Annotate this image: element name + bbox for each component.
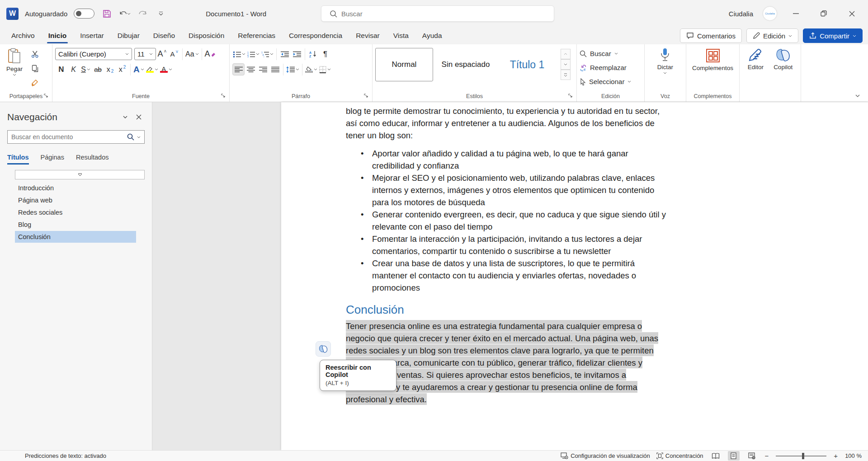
highlight-color-button[interactable]	[145, 63, 159, 75]
nav-item-redes-sociales[interactable]: Redes sociales	[0, 207, 136, 218]
minimize-button[interactable]	[787, 5, 805, 23]
shading-button[interactable]	[304, 63, 318, 75]
find-button[interactable]: Buscar	[580, 48, 631, 59]
redo-button[interactable]	[137, 8, 149, 19]
display-settings-button[interactable]: Configuración de visualización	[561, 452, 650, 459]
zoom-level[interactable]: 100 %	[845, 452, 862, 459]
tab-ayuda[interactable]: Ayuda	[415, 28, 449, 43]
cut-button[interactable]	[29, 48, 41, 60]
styles-scroll-up-icon[interactable]	[561, 49, 571, 59]
nav-tab-resultados[interactable]: Resultados	[76, 154, 109, 165]
paragraph-dialog-launcher-icon[interactable]	[363, 93, 368, 99]
bullets-button[interactable]	[232, 48, 246, 60]
tab-revisar[interactable]: Revisar	[349, 28, 387, 43]
bold-button[interactable]: N	[55, 63, 67, 75]
collapse-ribbon-icon[interactable]	[855, 91, 860, 99]
focus-mode-button[interactable]: Concentración	[656, 452, 703, 459]
underline-button[interactable]: S	[80, 63, 92, 75]
editing-mode-button[interactable]: Edición	[746, 28, 798, 43]
intro-paragraph[interactable]: blog te permite demostrar tu conocimient…	[346, 105, 666, 141]
tab-dibujar[interactable]: Dibujar	[111, 28, 146, 43]
list-item[interactable]: Crear una base de datos y una lista de s…	[372, 257, 666, 294]
tab-referencias[interactable]: Referencias	[231, 28, 282, 43]
quick-access-overflow-icon[interactable]	[155, 8, 167, 19]
line-spacing-button[interactable]	[285, 63, 300, 75]
tab-inicio[interactable]: Inicio	[42, 28, 73, 43]
text-effects-button[interactable]: A	[132, 63, 145, 75]
web-layout-button[interactable]	[746, 451, 758, 461]
tab-disposicion[interactable]: Disposición	[182, 28, 231, 43]
font-size-combo[interactable]: 11	[134, 48, 156, 60]
nav-tab-paginas[interactable]: Páginas	[41, 154, 64, 165]
copilot-button[interactable]: Copilot	[770, 46, 796, 72]
paste-button[interactable]: Pegar	[3, 46, 26, 78]
italic-button[interactable]: K	[67, 63, 80, 75]
style-normal[interactable]: Normal	[375, 48, 433, 81]
align-right-button[interactable]	[257, 63, 269, 75]
replace-button[interactable]: bc Reemplazar	[580, 62, 631, 73]
font-dialog-launcher-icon[interactable]	[221, 93, 226, 99]
read-mode-button[interactable]	[710, 451, 722, 461]
subscript-button[interactable]: x2	[104, 63, 116, 75]
nav-item-pagina-web[interactable]: Página web	[0, 194, 136, 206]
multilevel-list-button[interactable]: 1ai	[260, 48, 274, 60]
nav-item-conclusion[interactable]: Conclusión	[15, 231, 136, 243]
undo-button[interactable]	[119, 8, 131, 19]
grow-font-button[interactable]: A˄	[156, 48, 168, 60]
collapse-headings-control[interactable]	[15, 170, 145, 179]
copilot-margin-button[interactable]	[316, 341, 331, 357]
format-painter-button[interactable]	[29, 77, 41, 89]
list-item[interactable]: Mejorar el SEO y el posicionamiento web,…	[372, 172, 666, 208]
tab-diseno[interactable]: Diseño	[146, 28, 182, 43]
tab-correspondencia[interactable]: Correspondencia	[282, 28, 349, 43]
decrease-indent-button[interactable]	[278, 48, 291, 60]
save-icon[interactable]	[101, 8, 113, 19]
align-left-button[interactable]	[232, 63, 245, 75]
borders-button[interactable]	[318, 63, 332, 75]
document-search-input[interactable]	[11, 133, 127, 141]
nav-pane-options-icon[interactable]	[118, 111, 132, 123]
strikethrough-button[interactable]: ab	[92, 63, 104, 75]
nav-item-blog[interactable]: Blog	[0, 219, 136, 230]
list-item[interactable]: Fomentar la interacción y la participaci…	[372, 233, 666, 257]
dictate-button[interactable]: Dictar	[654, 46, 677, 76]
text-predictions-status[interactable]: Predicciones de texto: activado	[0, 452, 106, 459]
style-sin-espaciado[interactable]: Sin espaciado	[437, 48, 495, 81]
sort-button[interactable]: AZ	[307, 48, 319, 60]
nav-tab-titulos[interactable]: Títulos	[7, 154, 29, 165]
restore-button[interactable]	[815, 5, 833, 23]
change-case-button[interactable]: Aa	[184, 48, 200, 60]
close-button[interactable]	[843, 5, 861, 23]
clipboard-dialog-launcher-icon[interactable]	[43, 93, 48, 99]
style-titulo-1[interactable]: Título 1	[498, 48, 556, 81]
superscript-button[interactable]: x2	[116, 63, 128, 75]
zoom-in-button[interactable]: +	[833, 452, 839, 460]
zoom-slider-thumb[interactable]	[802, 453, 804, 459]
numbering-button[interactable]: 123	[246, 48, 260, 60]
zoom-out-button[interactable]: −	[764, 452, 770, 460]
document-search-box[interactable]	[7, 130, 145, 144]
copy-button[interactable]	[29, 62, 41, 75]
share-button[interactable]: Compartir	[803, 28, 863, 43]
autosave-toggle[interactable]	[74, 9, 94, 19]
tab-insertar[interactable]: Insertar	[73, 28, 111, 43]
shrink-font-button[interactable]: A˅	[168, 48, 180, 60]
search-box[interactable]	[321, 5, 554, 22]
addins-button[interactable]: Complementos	[689, 46, 737, 73]
conclusion-heading[interactable]: Conclusión	[346, 304, 666, 316]
increase-indent-button[interactable]	[291, 48, 303, 60]
clear-formatting-button[interactable]: A	[204, 48, 217, 60]
list-item[interactable]: Generar contenido evergreen, es decir, q…	[372, 208, 666, 233]
print-layout-button[interactable]	[728, 451, 740, 461]
styles-scroll-down-icon[interactable]	[561, 59, 571, 70]
styles-dialog-launcher-icon[interactable]	[568, 93, 573, 99]
nav-item-introduccion[interactable]: Introducción	[0, 182, 136, 194]
justify-button[interactable]	[269, 63, 281, 75]
select-button[interactable]: Seleccionar	[580, 76, 631, 87]
nav-pane-close-icon[interactable]	[132, 111, 146, 123]
search-input[interactable]	[341, 10, 513, 18]
tab-archivo[interactable]: Archivo	[5, 28, 42, 43]
comments-button[interactable]: Comentarios	[680, 28, 742, 43]
font-name-combo[interactable]: Calibri (Cuerpo)	[55, 48, 132, 60]
font-color-button[interactable]: A	[159, 63, 173, 75]
